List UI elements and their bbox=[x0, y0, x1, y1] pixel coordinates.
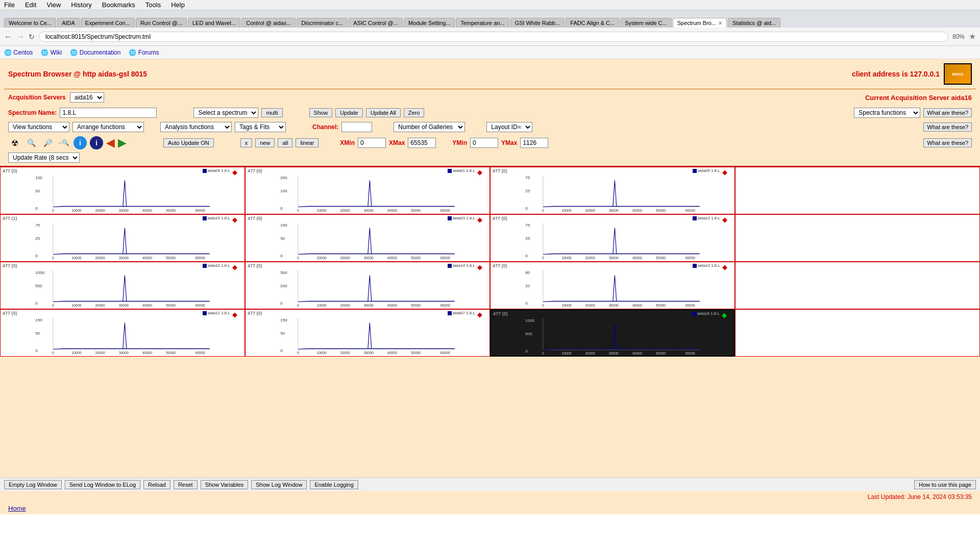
tab-spectrum[interactable]: Spectrum Bro... ✕ bbox=[673, 18, 727, 28]
nav-reload[interactable]: ↻ bbox=[29, 33, 35, 41]
gallery-cell[interactable] bbox=[735, 309, 980, 357]
tab-welcome[interactable]: Welcome to Ce... bbox=[4, 18, 56, 28]
xmax-input[interactable] bbox=[408, 138, 436, 148]
spectra-functions-select[interactable]: Spectra functions bbox=[854, 108, 920, 118]
gallery-cell[interactable] bbox=[735, 167, 980, 214]
zero-button[interactable]: Zero bbox=[404, 108, 425, 117]
tab-led[interactable]: LED and Wavel... bbox=[188, 18, 240, 28]
gallery-cell[interactable]: ◆477 (0) aida03 1.8.L1505000100002000030… bbox=[245, 214, 490, 262]
tab-temperature[interactable]: Temperature an... bbox=[456, 18, 509, 28]
gallery-cell[interactable]: ◆477 (0) aida01 1.8.L2001000010000200003… bbox=[245, 167, 490, 214]
icon-zoom-out[interactable]: −🔍 bbox=[57, 136, 70, 149]
icon-info-dark[interactable]: i bbox=[90, 136, 103, 149]
tab-discriminator[interactable]: Discriminator c... bbox=[297, 18, 348, 28]
update-rate-select[interactable]: Update Rate (8 secs) bbox=[8, 153, 80, 163]
tab-gsi[interactable]: GSI White Rabb... bbox=[510, 18, 565, 28]
gallery-cell[interactable]: ◆477 (0) aida13 1.8.L6020001000020000300… bbox=[490, 262, 735, 309]
nav-forward[interactable]: → bbox=[16, 32, 24, 41]
tab-control[interactable]: Control @ aidas... bbox=[241, 18, 296, 28]
bookmark-wiki[interactable]: 🌐 Wiki bbox=[41, 49, 62, 56]
xmin-input[interactable] bbox=[358, 138, 386, 148]
gallery-cell[interactable]: ◆477 (0) aida11 1.8.L1505000100002000030… bbox=[0, 309, 245, 357]
tab-fadc[interactable]: FADC Align & C... bbox=[566, 18, 619, 28]
menu-edit[interactable]: Edit bbox=[25, 1, 36, 9]
update-button[interactable]: Update bbox=[335, 108, 362, 117]
gallery-cell[interactable]: ◆477 (0) aida12 1.8.L7525001000020000300… bbox=[490, 214, 735, 262]
new-button[interactable]: new bbox=[255, 138, 275, 147]
gallery-cell[interactable]: ◆477 (0) aida07 1.8.L1505000100002000030… bbox=[245, 309, 490, 357]
icon-info-blue[interactable]: i bbox=[74, 136, 87, 149]
tab-experiment[interactable]: Experiment Con... bbox=[81, 18, 135, 28]
reload-button[interactable]: Reload bbox=[143, 480, 170, 489]
layout-id-select[interactable]: Layout ID=3 bbox=[486, 122, 532, 132]
gallery-cell[interactable]: ◆477 (0) aida05 1.8.L7525001000020000300… bbox=[490, 167, 735, 214]
number-of-galleries-select[interactable]: Number of Galleries bbox=[394, 122, 465, 132]
tab-spectrum-close[interactable]: ✕ bbox=[718, 20, 722, 26]
nav-back[interactable]: ← bbox=[4, 32, 12, 41]
svg-text:0: 0 bbox=[35, 254, 38, 258]
linear-button[interactable]: linear bbox=[296, 138, 318, 147]
icon-radioactive[interactable]: ☢ bbox=[8, 136, 21, 149]
update-all-button[interactable]: Update All bbox=[366, 108, 401, 117]
tab-module[interactable]: Module Setting... bbox=[404, 18, 455, 28]
tab-syswide[interactable]: System wide C... bbox=[620, 18, 672, 28]
menu-tools[interactable]: Tools bbox=[145, 1, 161, 9]
svg-text:20000: 20000 bbox=[585, 209, 595, 212]
arrow-right[interactable]: ▶ bbox=[118, 137, 127, 148]
how-to-button[interactable]: How to use this page bbox=[914, 480, 976, 489]
enable-logging-button[interactable]: Enable Logging bbox=[310, 480, 358, 489]
ymax-input[interactable] bbox=[520, 138, 548, 148]
address-input[interactable] bbox=[39, 32, 948, 42]
auto-update-button[interactable]: Auto Update ON bbox=[163, 138, 214, 147]
gallery-cell[interactable]: ◆477 (0) aida10 1.8.L1000500001000020000… bbox=[0, 262, 245, 309]
reset-button[interactable]: Reset bbox=[174, 480, 198, 489]
acquisition-server-select[interactable]: aida16 bbox=[70, 92, 104, 103]
svg-text:60000: 60000 bbox=[685, 209, 695, 212]
icon-search-spectrum[interactable]: 🔍 bbox=[24, 136, 38, 149]
tags-fits-select[interactable]: Tags & Fits bbox=[235, 122, 286, 132]
gallery-cell[interactable] bbox=[735, 214, 980, 262]
spectrum-name-input[interactable] bbox=[60, 108, 157, 118]
gallery-cell[interactable]: ◆477 (0) aida14 1.8.L5002000010000200003… bbox=[245, 262, 490, 309]
arrange-functions-select[interactable]: Arrange functions bbox=[72, 122, 144, 132]
svg-text:50000: 50000 bbox=[166, 256, 176, 260]
what-are-these-2[interactable]: What are these? bbox=[923, 122, 972, 132]
bookmark-star[interactable]: ★ bbox=[969, 32, 976, 41]
show-variables-button[interactable]: Show Variables bbox=[201, 480, 249, 489]
gallery-cell[interactable]: ◆477 (1) aida15 1.8.L7525001000020000300… bbox=[0, 214, 245, 262]
icon-zoom-in[interactable]: 🔎 bbox=[41, 136, 54, 149]
menu-help[interactable]: Help bbox=[171, 1, 185, 9]
bookmark-centos[interactable]: 🌐 Centos bbox=[4, 49, 33, 56]
x-button[interactable]: x bbox=[240, 138, 253, 147]
send-log-button[interactable]: Send Log Window to ELog bbox=[65, 480, 140, 489]
show-log-window-button[interactable]: Show Log Window bbox=[251, 480, 307, 489]
select-spectrum-dropdown[interactable]: Select a spectrum bbox=[193, 108, 258, 118]
what-are-these-1[interactable]: What are these? bbox=[923, 108, 972, 117]
view-functions-select[interactable]: View functions bbox=[8, 122, 69, 132]
ymin-input[interactable] bbox=[470, 138, 498, 148]
tab-bar: Welcome to Ce... AIDA Experiment Con... … bbox=[0, 10, 980, 28]
all-button[interactable]: all bbox=[278, 138, 292, 147]
tab-asic[interactable]: ASIC Control @... bbox=[349, 18, 403, 28]
home-link[interactable]: Home bbox=[0, 503, 980, 514]
empty-log-button[interactable]: Empty Log Window bbox=[4, 480, 62, 489]
show-button[interactable]: Show bbox=[309, 108, 333, 117]
tab-runcontrol[interactable]: Run Control @... bbox=[136, 18, 187, 28]
menu-view[interactable]: View bbox=[46, 1, 61, 9]
menu-bookmarks[interactable]: Bookmarks bbox=[102, 1, 135, 9]
menu-history[interactable]: History bbox=[71, 1, 91, 9]
multi-button[interactable]: multi bbox=[261, 108, 282, 117]
gallery-cell[interactable] bbox=[735, 262, 980, 309]
bookmark-documentation[interactable]: 🌐 Documentation bbox=[70, 49, 120, 56]
bookmark-forums[interactable]: 🌐 Forums bbox=[129, 49, 159, 56]
what-are-these-3[interactable]: What are these? bbox=[923, 138, 972, 147]
arrow-left[interactable]: ◀ bbox=[106, 137, 115, 148]
analysis-functions-select[interactable]: Analysis functions bbox=[160, 122, 232, 132]
chart-svg: 100050000100002000030000400005000060000 bbox=[1, 269, 244, 308]
gallery-cell[interactable]: ◆477 (0) aida16 1.8.L1000500001000020000… bbox=[490, 309, 735, 357]
tab-statistics[interactable]: Statistics @ aid... bbox=[728, 18, 780, 28]
channel-input[interactable] bbox=[341, 122, 372, 132]
menu-file[interactable]: File bbox=[4, 1, 15, 9]
gallery-cell[interactable]: ◆477 (0) aida09 1.8.L1005000100002000030… bbox=[0, 167, 245, 214]
tab-aida[interactable]: AIDA bbox=[57, 18, 80, 28]
